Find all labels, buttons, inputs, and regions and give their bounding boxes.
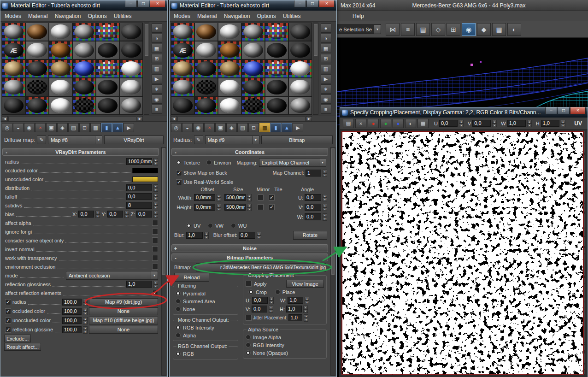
material-id-channel-icon[interactable]: ⊡ (79, 123, 90, 132)
sample-slot[interactable] (241, 59, 265, 78)
material-editor-icon[interactable]: ◉ (462, 23, 476, 36)
sample-slot[interactable] (218, 59, 241, 78)
material-map-navigator-icon[interactable]: ≡ (152, 105, 162, 114)
noise-rollout-header[interactable]: + Noise (171, 244, 328, 252)
subdivs-field[interactable]: 8 (126, 202, 152, 209)
sample-slot[interactable] (288, 96, 312, 115)
sample-slot[interactable] (49, 41, 72, 59)
map-type-button[interactable]: VRayDirt (104, 135, 164, 144)
sample-slot[interactable] (171, 23, 194, 41)
sample-slot[interactable] (288, 23, 312, 41)
unoccluded-color-map-button[interactable]: Map #10 (diffuse beige.jpg) (89, 317, 158, 324)
go-forward-to-sibling-icon[interactable]: ▶ (293, 123, 303, 132)
make-unique-icon[interactable]: ◈ (57, 123, 68, 132)
menu-item[interactable]: Material (28, 13, 48, 19)
blue-channel-icon[interactable]: ● (393, 119, 404, 128)
show-end-result-icon[interactable]: ▮ (270, 123, 281, 132)
sample-slot[interactable] (96, 78, 119, 96)
sample-slot[interactable] (171, 78, 194, 96)
environment-occlusion-checkbox[interactable] (152, 264, 158, 270)
video-color-check-icon[interactable]: ▥ (152, 64, 162, 73)
sample-slot[interactable] (49, 96, 72, 115)
red-channel-icon[interactable]: ● (368, 119, 379, 128)
alpha-none-opaque-radio[interactable]: None (Opaque) (246, 349, 324, 356)
minimize-button[interactable]: – (294, 0, 306, 7)
crop-h-spinner[interactable] (303, 306, 308, 312)
scroll-left-icon[interactable]: ◀ (2, 116, 8, 121)
show-map-in-viewport-icon[interactable]: ▦ (90, 123, 101, 132)
alpha-rgb-intensity-radio[interactable]: RGB Intensity (246, 342, 324, 348)
sample-slot[interactable] (194, 59, 218, 78)
make-material-copy-icon[interactable]: ▣ (46, 123, 57, 132)
crop-field-spinner[interactable] (561, 120, 565, 127)
reflection-glossiness-map-checkbox[interactable] (5, 327, 11, 333)
invert-normal-checkbox[interactable] (152, 246, 158, 252)
menu-item[interactable]: Navigation (224, 13, 250, 19)
sample-slot[interactable] (72, 78, 96, 96)
crop-w-field[interactable]: W 1,0 (501, 120, 531, 127)
u-tile-checkbox[interactable] (269, 194, 275, 200)
align-icon[interactable]: ≡ (401, 23, 415, 36)
reflection-glossiness-field[interactable]: 1,0 (126, 281, 152, 288)
sample-type-icon[interactable]: ● (152, 24, 162, 33)
sample-slot[interactable] (218, 96, 241, 115)
rendered-frame-icon[interactable]: ▦ (492, 23, 506, 36)
width-size-spinner[interactable] (247, 194, 252, 201)
sample-slot[interactable] (194, 78, 218, 96)
blur-offset-field[interactable]: 0,0 (239, 232, 255, 239)
v-angle-spinner[interactable] (323, 204, 327, 211)
close-button[interactable]: × (570, 107, 586, 114)
affect-alpha-checkbox[interactable] (152, 220, 158, 226)
sample-slot[interactable] (241, 96, 265, 115)
apply-checkbox[interactable] (246, 281, 252, 287)
image-alpha-radio[interactable]: Image Alpha (246, 334, 324, 341)
unoccluded-color-map-checkbox[interactable] (5, 318, 11, 324)
delete-icon[interactable]: × (355, 119, 366, 128)
select-by-material-icon[interactable]: ◉ (321, 94, 331, 104)
blur-offset-spinner[interactable] (257, 232, 261, 239)
assign-material-to-selection-icon[interactable]: ◉ (193, 123, 204, 132)
occluded-color-map-button[interactable]: None (89, 307, 158, 315)
work-with-transparency-checkbox[interactable] (152, 255, 158, 261)
show-end-result-icon[interactable]: ▮ (101, 123, 112, 132)
color-swatch-icon[interactable]: ▦ (417, 119, 429, 128)
exclude-button[interactable]: Exclude... (4, 335, 31, 342)
sample-slot[interactable] (49, 23, 72, 41)
width-offset-field[interactable]: 0,0mm (194, 194, 215, 201)
scroll-track[interactable] (8, 116, 136, 121)
sample-slot[interactable] (119, 23, 143, 41)
sample-slot[interactable] (49, 59, 72, 78)
occluded-color-map-spinner[interactable] (83, 308, 88, 315)
print-icon[interactable]: ▤ (343, 119, 354, 128)
scroll-track[interactable] (177, 116, 306, 121)
sample-slot[interactable] (72, 41, 96, 59)
close-button[interactable]: × (319, 0, 335, 7)
maximize-button[interactable]: □ (558, 107, 570, 114)
reflection-glossiness-spinner[interactable] (153, 281, 158, 288)
crop-u-spinner[interactable] (269, 297, 274, 304)
put-material-to-scene-icon[interactable]: ◒ (13, 123, 24, 132)
map-name-dropdown[interactable]: Map #8 ▼ (48, 135, 102, 144)
bias-y-spinner[interactable] (124, 211, 129, 218)
sample-uv-tiling-icon[interactable]: ⊞ (321, 54, 331, 63)
v-angle-field[interactable]: 0,0 (305, 204, 321, 211)
background-icon[interactable]: ▦ (321, 44, 331, 53)
menu-item[interactable]: Options (257, 13, 276, 19)
sample-slot[interactable] (25, 23, 49, 41)
height-offset-spinner[interactable] (217, 204, 221, 211)
make-preview-icon[interactable]: ▶ (321, 74, 331, 83)
width-size-field[interactable]: 500,0mm (224, 194, 246, 201)
blur-spinner[interactable] (204, 232, 209, 239)
put-to-library-icon[interactable]: ▤ (237, 123, 248, 132)
jitter-placement-checkbox[interactable] (246, 315, 252, 321)
minimize-button[interactable]: – (545, 107, 557, 114)
sample-slot[interactable] (25, 59, 49, 78)
material-id-channel-icon[interactable]: ⊡ (248, 123, 259, 132)
backlight-icon[interactable]: ◑ (321, 34, 331, 43)
schematic-view-icon[interactable]: ⊞ (447, 23, 460, 36)
consider-same-object-checkbox[interactable] (152, 237, 158, 243)
unoccluded-color-map-amount[interactable]: 100,0 (62, 317, 82, 324)
sample-slot[interactable] (119, 59, 143, 78)
sample-slot[interactable] (25, 78, 49, 96)
get-material-icon[interactable]: ◎ (171, 123, 182, 132)
